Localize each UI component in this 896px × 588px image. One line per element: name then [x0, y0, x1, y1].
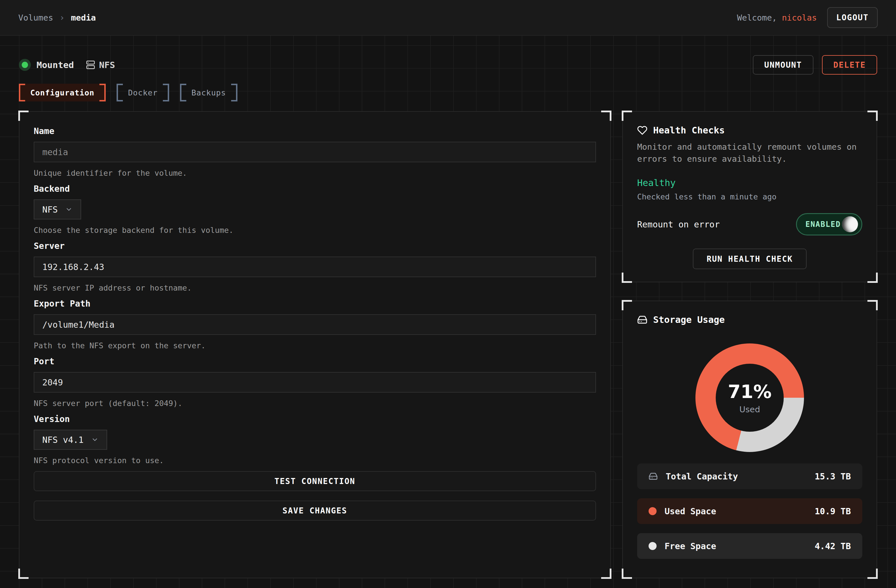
tab-docker[interactable]: Docker	[117, 84, 169, 101]
export-path-input[interactable]	[34, 314, 596, 335]
name-input[interactable]	[34, 142, 596, 162]
remount-on-error-label: Remount on error	[637, 219, 720, 229]
version-select-value: NFS v4.1	[42, 435, 84, 445]
backend-help: Choose the storage backend for this volu…	[34, 226, 596, 235]
mounted-status-label: Mounted	[37, 60, 74, 70]
export-path-label: Export Path	[34, 299, 596, 309]
tab-backups[interactable]: Backups	[180, 84, 238, 101]
welcome-text: Welcome, nicolas	[737, 13, 817, 23]
backend-select-value: NFS	[42, 204, 58, 215]
used-space-value: 10.9 TB	[815, 506, 851, 516]
free-space-dot	[649, 542, 657, 550]
total-capacity-row: Total Capacity 15.3 TB	[637, 463, 862, 489]
health-last-checked: Checked less than a minute ago	[637, 192, 862, 201]
donut-percent: 71%	[728, 381, 771, 402]
toggle-state-label: ENABLED	[805, 220, 841, 228]
logout-button[interactable]: LOGOUT	[827, 7, 878, 28]
breadcrumb-separator: ›	[59, 12, 65, 23]
hard-drive-icon	[637, 315, 648, 325]
port-label: Port	[34, 356, 596, 366]
server-input[interactable]	[34, 257, 596, 277]
version-label: Version	[34, 414, 596, 424]
breadcrumb: Volumes › media	[18, 12, 96, 23]
tab-configuration[interactable]: Configuration	[19, 84, 106, 101]
breadcrumb-current: media	[71, 13, 96, 23]
chevron-down-icon	[91, 436, 99, 443]
used-space-dot	[649, 507, 657, 515]
server-label: Server	[34, 241, 596, 251]
port-help: NFS server port (default: 2049).	[34, 399, 596, 408]
mounted-status-dot	[22, 62, 28, 68]
app-background: Volumes › media Welcome, nicolas LOGOUT …	[0, 0, 896, 588]
remount-toggle[interactable]: ENABLED	[796, 213, 862, 235]
backend-badge: NFS	[86, 60, 115, 70]
name-label: Name	[34, 126, 596, 136]
backend-select[interactable]: NFS	[34, 200, 81, 219]
backend-label: Backend	[34, 184, 596, 194]
free-space-label: Free Space	[664, 541, 716, 551]
version-help: NFS protocol version to use.	[34, 456, 596, 465]
health-checks-description: Monitor and automatically remount volume…	[637, 141, 862, 165]
server-stack-icon	[86, 60, 95, 69]
port-input[interactable]	[34, 372, 596, 393]
run-health-check-button[interactable]: RUN HEALTH CHECK	[693, 248, 806, 269]
health-checks-panel: Health Checks Monitor and automatically …	[622, 111, 877, 282]
total-capacity-value: 15.3 TB	[815, 471, 851, 481]
delete-button[interactable]: DELETE	[822, 55, 877, 75]
health-status: Healthy	[637, 177, 862, 188]
export-path-help: Path to the NFS export on the server.	[34, 341, 596, 350]
donut-caption: Used	[739, 405, 760, 414]
storage-donut: 71% Used	[695, 343, 804, 452]
server-help: NFS server IP address or hostname.	[34, 283, 596, 292]
configuration-panel: Name Unique identifier for the volume. B…	[19, 111, 611, 578]
save-changes-button[interactable]: SAVE CHANGES	[34, 501, 596, 521]
top-bar: Volumes › media Welcome, nicolas LOGOUT	[0, 0, 896, 36]
storage-usage-panel: Storage Usage 71% Used Tot	[622, 300, 877, 578]
free-space-value: 4.42 TB	[815, 541, 851, 551]
hard-drive-icon	[649, 472, 658, 481]
chevron-down-icon	[65, 206, 73, 213]
used-space-label: Used Space	[664, 506, 716, 516]
breadcrumb-volumes[interactable]: Volumes	[18, 13, 53, 23]
storage-usage-title: Storage Usage	[653, 314, 725, 325]
free-space-row: Free Space 4.42 TB	[637, 533, 862, 559]
status-row: Mounted NFS UNMOUNT DELETE	[19, 55, 877, 75]
health-checks-title: Health Checks	[653, 125, 725, 136]
tab-bar: Configuration Docker Backups	[19, 84, 877, 101]
username: nicolas	[782, 13, 817, 23]
name-help: Unique identifier for the volume.	[34, 169, 596, 177]
backend-badge-label: NFS	[99, 60, 115, 70]
version-select[interactable]: NFS v4.1	[34, 430, 107, 450]
unmount-button[interactable]: UNMOUNT	[753, 55, 814, 75]
test-connection-button[interactable]: TEST CONNECTION	[34, 471, 596, 491]
heart-icon	[637, 125, 648, 136]
toggle-knob	[842, 216, 858, 232]
total-capacity-label: Total Capacity	[666, 471, 738, 481]
used-space-row: Used Space 10.9 TB	[637, 498, 862, 524]
